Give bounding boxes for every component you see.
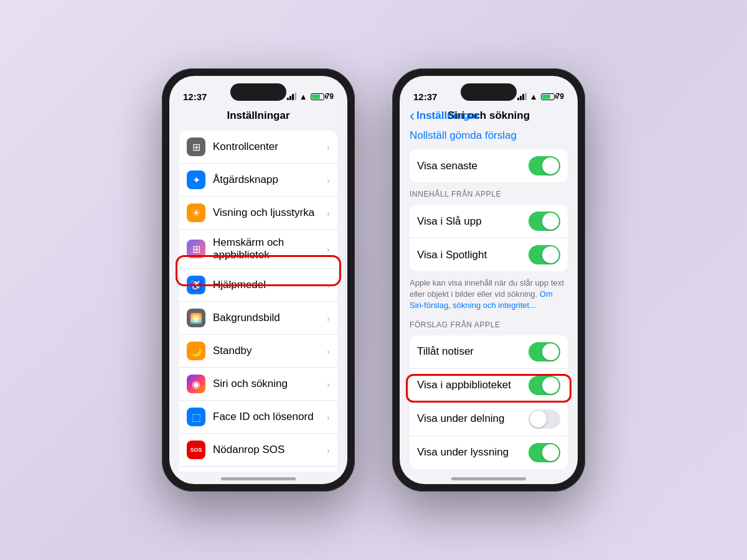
chevron-icon: › — [327, 280, 330, 291]
page-title-1: Inställningar — [227, 110, 289, 122]
settings-item-hjalp[interactable]: ♿ Hjälpmedel › — [179, 268, 337, 301]
visa-spotlight-item[interactable]: Visa i Spotlight — [410, 238, 568, 271]
visa-senaste-item[interactable]: Visa senaste — [410, 149, 568, 182]
hjalp-icon: ♿ — [187, 276, 205, 294]
visa-sla-upp-toggle[interactable] — [529, 212, 560, 231]
tillat-notiser-label: Tillåt notiser — [417, 345, 529, 358]
siri-icon: ◉ — [187, 375, 205, 393]
chevron-icon: › — [327, 244, 330, 254]
nav-bar-1: Inställningar — [169, 110, 347, 127]
forslag-section-header: FÖRSLAG FRÅN APPLE — [400, 317, 578, 332]
innehall-info-text: Apple kan visa innehåll när du slår upp … — [400, 275, 578, 317]
kontrollcenter-label: Kontrollcenter — [213, 141, 327, 153]
visa-lyssning-label: Visa under lyssning — [417, 446, 529, 459]
tillat-notiser-item[interactable]: Tillåt notiser — [410, 335, 568, 368]
visa-spotlight-toggle[interactable] — [529, 245, 560, 264]
innehall-group: Visa i Slå upp Visa i Spotlight — [410, 205, 568, 271]
innehall-section-header: INNEHÅLL FRÅN APPLE — [400, 186, 578, 201]
atgardsknapp-icon: ✦ — [187, 170, 205, 189]
visa-appbibliotek-label: Visa i appbiblioteket — [417, 379, 529, 391]
siri-settings-list: Nollställ gömda förslag Visa senaste INN… — [400, 127, 578, 472]
nodanrop-label: Nödanrop SOS — [213, 444, 327, 456]
visa-senaste-label: Visa senaste — [417, 160, 529, 172]
faceid-label: Face ID och lösenord — [213, 411, 327, 423]
phone-2: 12:37 ▲ 79 Inställningar Siri oc — [392, 68, 585, 492]
standby-label: Standby — [213, 345, 327, 357]
siri-label: Siri och sökning — [213, 378, 327, 390]
battery-pct-2: 79 — [556, 92, 564, 101]
status-time-1: 12:37 — [183, 91, 207, 102]
visa-delning-toggle[interactable] — [529, 409, 560, 429]
visa-appbibliotek-toggle[interactable] — [529, 376, 560, 395]
visning-icon: ☀ — [187, 203, 205, 222]
battery-icon-2: 79 — [541, 92, 564, 101]
chevron-icon: › — [327, 208, 330, 218]
home-indicator-2 — [400, 472, 578, 484]
atgardsknapp-label: Åtgärdsknapp — [213, 174, 327, 186]
settings-item-siri[interactable]: ◉ Siri och sökning › — [179, 367, 337, 400]
settings-list-1: ⊞ Kontrollcenter › ✦ Åtgärdsknapp › ☀ Vi… — [169, 127, 347, 472]
back-label: Inställningar — [416, 110, 479, 122]
wifi-icon-2: ▲ — [530, 92, 538, 101]
chevron-icon: › — [327, 142, 330, 152]
hemskarm-label: Hemskärm och appbibliotek — [213, 236, 327, 261]
visa-lyssning-toggle[interactable] — [529, 443, 560, 462]
battery-pct-1: 79 — [326, 92, 334, 101]
dynamic-island-1 — [230, 83, 286, 101]
status-time-2: 12:37 — [413, 91, 437, 102]
reset-link-container[interactable]: Nollställ gömda förslag — [400, 127, 578, 146]
visa-spotlight-label: Visa i Spotlight — [417, 249, 529, 261]
hemskarm-icon: ⊞ — [187, 240, 205, 258]
chevron-icon: › — [327, 379, 330, 390]
signal-icon-2 — [517, 93, 527, 100]
settings-item-exponering[interactable]: ☢ Exponeringsnotiser › — [179, 466, 337, 472]
settings-item-faceid[interactable]: ⬚ Face ID och lösenord › — [179, 400, 337, 433]
home-indicator-1 — [169, 472, 347, 484]
faceid-icon: ⬚ — [187, 408, 205, 426]
chevron-icon: › — [327, 412, 330, 422]
status-icons-2: ▲ 79 — [517, 92, 564, 101]
nodanrop-icon: SOS — [187, 441, 205, 459]
phone-1-screen: 12:37 ▲ 79 Inställningar — [169, 76, 347, 484]
settings-item-visning[interactable]: ☀ Visning och ljusstyrka › — [179, 196, 337, 229]
visa-senaste-group: Visa senaste — [410, 149, 568, 182]
chevron-icon: › — [327, 445, 330, 455]
innehall-link[interactable]: Om Siri-förslag, sökning och integritet.… — [410, 289, 553, 310]
status-icons-1: ▲ 79 — [287, 92, 334, 101]
visa-sla-upp-item[interactable]: Visa i Slå upp — [410, 205, 568, 238]
phone-2-screen: 12:37 ▲ 79 Inställningar Siri oc — [400, 76, 578, 484]
chevron-icon: › — [327, 346, 330, 357]
bakgrund-icon: 🌅 — [187, 309, 205, 327]
visning-label: Visning och ljusstyrka — [213, 207, 327, 219]
visa-delning-label: Visa under delning — [417, 413, 529, 425]
settings-item-standby[interactable]: 🌙 Standby › — [179, 334, 337, 367]
forslag-group: Tillåt notiser Visa i appbiblioteket Vi — [410, 335, 568, 469]
phone-1: 12:37 ▲ 79 Inställningar — [162, 68, 355, 492]
visa-lyssning-item[interactable]: Visa under lyssning — [410, 436, 568, 469]
settings-item-nodanrop[interactable]: SOS Nödanrop SOS › — [179, 433, 337, 466]
dynamic-island-2 — [461, 83, 517, 101]
hjalp-label: Hjälpmedel — [213, 279, 327, 291]
chevron-icon: › — [327, 313, 330, 324]
settings-group-main: ⊞ Kontrollcenter › ✦ Åtgärdsknapp › ☀ Vi… — [179, 131, 337, 472]
kontrollcenter-icon: ⊞ — [187, 138, 205, 156]
back-button[interactable]: Inställningar — [410, 108, 479, 123]
reset-link[interactable]: Nollställ gömda förslag — [410, 129, 517, 141]
visa-delning-item[interactable]: Visa under delning — [410, 402, 568, 436]
settings-item-bakgrund[interactable]: 🌅 Bakgrundsbild › — [179, 301, 337, 334]
visa-sla-upp-label: Visa i Slå upp — [417, 215, 529, 228]
battery-icon-1: 79 — [311, 92, 334, 101]
settings-item-hemskarm[interactable]: ⊞ Hemskärm och appbibliotek › — [179, 229, 337, 268]
standby-icon: 🌙 — [187, 342, 205, 360]
bakgrund-label: Bakgrundsbild — [213, 312, 327, 324]
chevron-icon: › — [327, 175, 330, 185]
signal-icon-1 — [287, 93, 296, 100]
settings-item-atgardsknapp[interactable]: ✦ Åtgärdsknapp › — [179, 163, 337, 196]
wifi-icon-1: ▲ — [299, 92, 308, 101]
visa-senaste-toggle[interactable] — [529, 156, 560, 175]
tillat-notiser-toggle[interactable] — [529, 342, 560, 362]
nav-bar-2: Inställningar Siri och sökning — [400, 110, 578, 127]
visa-appbibliotek-item[interactable]: Visa i appbiblioteket — [410, 368, 568, 402]
settings-item-kontrollcenter[interactable]: ⊞ Kontrollcenter › — [179, 131, 337, 163]
